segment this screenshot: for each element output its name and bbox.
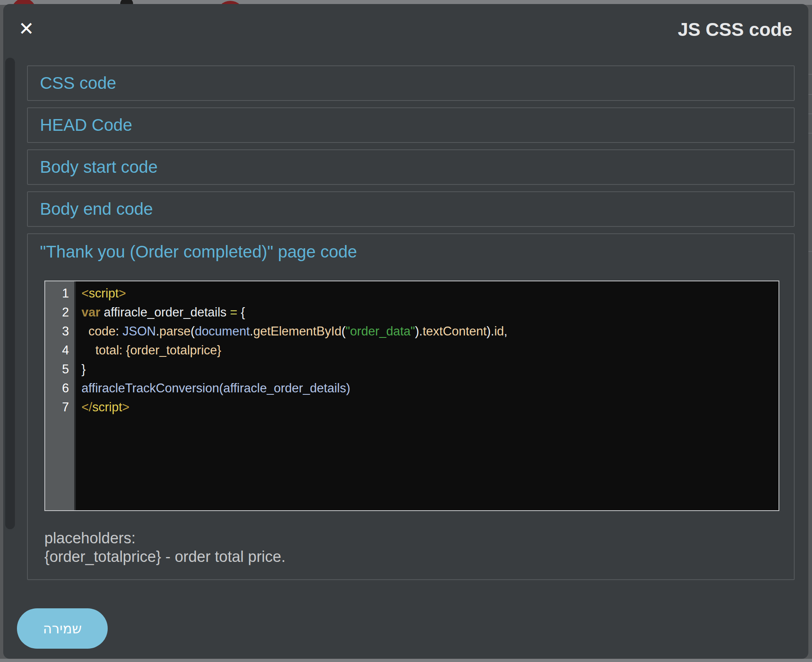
code-token-plain: . — [250, 324, 253, 338]
code-token-plain: ). — [486, 324, 494, 338]
section-header-body-start-code[interactable]: Body start code — [28, 150, 794, 184]
section-header-body-end-code[interactable]: Body end code — [28, 192, 794, 226]
page-behind-bottom-strip — [0, 659, 812, 662]
editor-code[interactable]: <script>var affiracle_order_details = { … — [76, 281, 779, 510]
screen: ✕ JS CSS code CSS code HEAD Code Body st… — [0, 0, 812, 662]
code-token-property: parse — [159, 324, 191, 338]
line-number: 4 — [45, 341, 74, 360]
code-line: <script> — [81, 284, 779, 303]
page-row-divider — [808, 113, 812, 114]
code-token-func: affiracleTrackConversion(affiracle_order… — [81, 381, 350, 395]
modal-scrollbar-thumb[interactable] — [5, 58, 15, 529]
page-row-divider — [808, 74, 812, 75]
section-body-start-code: Body start code — [27, 149, 795, 185]
save-button[interactable]: שמירה — [17, 608, 108, 649]
accordion-sections: CSS code HEAD Code Body start code Body … — [3, 4, 808, 580]
code-token-property: total: {order_totalprice} — [95, 343, 221, 357]
code-line: } — [81, 360, 779, 379]
close-icon[interactable]: ✕ — [19, 19, 34, 38]
code-token-type: document — [195, 324, 250, 338]
code-token-plain: } — [81, 362, 86, 376]
placeholders-item: {order_totalprice} - order total price. — [44, 547, 794, 566]
page-row-divider — [808, 251, 812, 252]
code-token-type: JSON — [123, 324, 156, 338]
code-token-plain: affiracle_order_details — [100, 305, 230, 319]
code-token-property: code — [88, 324, 115, 338]
line-number: 5 — [45, 360, 74, 379]
code-token-plain: { — [237, 305, 245, 319]
code-token-tag: script — [89, 286, 119, 300]
page-row-divider — [808, 133, 812, 134]
section-head-code: HEAD Code — [27, 107, 795, 143]
section-header-css-code[interactable]: CSS code — [28, 66, 794, 100]
editor-gutter: 1234567 — [45, 281, 76, 510]
code-token-tagbracket: </ — [81, 400, 92, 414]
section-header-head-code[interactable]: HEAD Code — [28, 108, 794, 142]
modal-title: JS CSS code — [678, 19, 792, 40]
code-token-property: textContent — [423, 324, 487, 338]
section-bottom-pad — [28, 566, 794, 579]
code-token-tagbracket: > — [119, 286, 126, 300]
code-token-plain — [81, 343, 95, 357]
code-token-tagbracket: > — [122, 400, 129, 414]
line-number: 6 — [45, 379, 74, 398]
code-token-property: getElementById — [253, 324, 342, 338]
code-line: </script> — [81, 398, 779, 417]
section-header-thank-you-page-code[interactable]: "Thank you (Order completed)" page code — [28, 234, 794, 263]
code-line: code: JSON.parse(document.getElementById… — [81, 322, 779, 341]
code-line: var affiracle_order_details = { — [81, 303, 779, 322]
page-behind-right-edge — [808, 5, 812, 659]
section-thank-you-page-code: "Thank you (Order completed)" page code … — [27, 233, 795, 580]
code-token-plain: : — [115, 324, 122, 338]
code-token-keyword: var — [81, 305, 100, 319]
line-number: 2 — [45, 303, 74, 322]
code-editor: 1234567 <script>var affiracle_order_deta… — [44, 281, 779, 511]
line-number: 7 — [45, 398, 74, 417]
code-token-plain: ). — [415, 324, 423, 338]
js-css-code-modal: ✕ JS CSS code CSS code HEAD Code Body st… — [3, 4, 808, 659]
line-number: 3 — [45, 322, 74, 341]
code-token-plain: ( — [191, 324, 195, 338]
code-token-plain — [81, 324, 88, 338]
code-line: affiracleTrackConversion(affiracle_order… — [81, 379, 779, 398]
code-token-string: "order_data" — [346, 324, 415, 338]
code-token-plain: , — [504, 324, 507, 338]
code-token-tagbracket: < — [81, 286, 89, 300]
code-token-plain: ( — [342, 324, 346, 338]
code-token-property: id — [494, 324, 504, 338]
placeholders-heading: placeholders: — [44, 529, 794, 547]
page-row-divider — [808, 94, 812, 95]
section-body-end-code: Body end code — [27, 191, 795, 227]
code-token-plain: . — [156, 324, 159, 338]
code-token-operator: = — [230, 305, 237, 319]
code-line: total: {order_totalprice} — [81, 341, 779, 360]
code-token-tag: script — [92, 400, 122, 414]
section-css-code: CSS code — [27, 65, 795, 101]
line-number: 1 — [45, 284, 74, 303]
placeholders-note: placeholders: {order_totalprice} - order… — [44, 529, 794, 566]
